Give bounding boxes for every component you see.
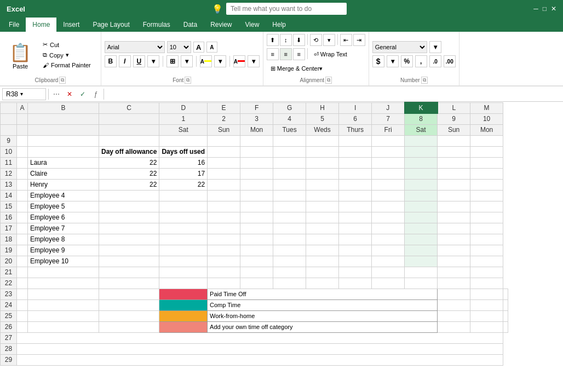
cell[interactable] — [240, 256, 273, 267]
cell[interactable] — [405, 146, 438, 157]
cell[interactable] — [99, 321, 159, 332]
cell[interactable] — [159, 278, 208, 289]
cell[interactable]: 22 — [99, 157, 159, 168]
cell[interactable] — [306, 157, 339, 168]
cell[interactable] — [208, 267, 240, 278]
font-family-select[interactable]: Arial — [105, 41, 165, 53]
cell[interactable] — [306, 223, 339, 234]
cell[interactable] — [159, 223, 208, 234]
cell[interactable] — [470, 135, 503, 146]
cell[interactable] — [438, 310, 470, 321]
align-right-button[interactable]: ≡ — [293, 48, 305, 60]
cell[interactable] — [273, 245, 306, 256]
cell[interactable] — [306, 168, 339, 179]
cell[interactable] — [372, 201, 405, 212]
cell[interactable] — [273, 212, 306, 223]
col-header-m[interactable]: M — [470, 102, 503, 113]
cell[interactable] — [372, 267, 405, 278]
tab-insert[interactable]: Insert — [56, 18, 86, 32]
cell[interactable] — [208, 201, 240, 212]
cell[interactable] — [273, 146, 306, 157]
cell[interactable] — [28, 321, 99, 332]
cell[interactable] — [17, 321, 28, 332]
col-header-g[interactable]: G — [273, 102, 306, 113]
cell[interactable] — [17, 278, 28, 289]
cell[interactable] — [405, 168, 438, 179]
cell[interactable] — [470, 179, 503, 190]
cell[interactable] — [306, 146, 339, 157]
cell[interactable] — [208, 190, 240, 201]
cell[interactable] — [240, 146, 273, 157]
align-center-button[interactable]: ≡ — [280, 48, 292, 60]
cell[interactable] — [306, 245, 339, 256]
cell[interactable] — [339, 201, 372, 212]
cell[interactable] — [99, 256, 159, 267]
cell[interactable] — [438, 278, 470, 289]
cell-ref-dropdown-icon[interactable]: ▾ — [20, 91, 23, 97]
cell[interactable] — [17, 168, 28, 179]
cell[interactable] — [470, 256, 503, 267]
cell[interactable] — [99, 201, 159, 212]
cell[interactable] — [339, 157, 372, 168]
col-header-a[interactable]: A — [17, 102, 28, 113]
col-header-d[interactable]: D — [159, 102, 208, 113]
cell[interactable] — [372, 245, 405, 256]
tab-file[interactable]: File — [2, 18, 26, 32]
clipboard-expand-icon[interactable]: ⧉ — [59, 77, 66, 84]
cell[interactable] — [99, 223, 159, 234]
cell[interactable] — [99, 190, 159, 201]
font-color-dropdown[interactable]: ▾ — [248, 55, 260, 67]
cell[interactable] — [240, 157, 273, 168]
cell[interactable] — [159, 234, 208, 245]
cell[interactable] — [28, 310, 99, 321]
cell[interactable] — [306, 256, 339, 267]
cell[interactable] — [372, 157, 405, 168]
cell[interactable]: Employee 9 — [28, 245, 99, 256]
cell[interactable] — [306, 135, 339, 146]
cell[interactable] — [405, 201, 438, 212]
cell[interactable]: 16 — [159, 157, 208, 168]
minimize-icon[interactable]: ─ — [533, 5, 538, 13]
cell[interactable] — [470, 278, 503, 289]
cell[interactable] — [273, 267, 306, 278]
underline-dropdown[interactable]: ▾ — [147, 55, 159, 67]
cell[interactable] — [17, 157, 28, 168]
cell[interactable] — [438, 146, 470, 157]
cell[interactable] — [405, 234, 438, 245]
cell[interactable] — [405, 212, 438, 223]
cell[interactable] — [99, 278, 159, 289]
cell[interactable]: Employee 7 — [28, 223, 99, 234]
cell[interactable] — [208, 212, 240, 223]
cell[interactable] — [339, 135, 372, 146]
cell[interactable] — [28, 267, 99, 278]
cell[interactable] — [306, 267, 339, 278]
percent-btn[interactable]: % — [401, 55, 413, 67]
cell[interactable] — [273, 157, 306, 168]
cell[interactable] — [503, 321, 508, 332]
cell[interactable] — [28, 289, 99, 299]
cell[interactable] — [273, 190, 306, 201]
cell[interactable] — [339, 212, 372, 223]
cell[interactable] — [240, 190, 273, 201]
tab-page-layout[interactable]: Page Layout — [86, 18, 136, 32]
text-direction-dropdown[interactable]: ▾ — [323, 34, 335, 46]
cell[interactable] — [159, 267, 208, 278]
cell-reference-box[interactable]: R38 ▾ — [2, 88, 46, 100]
col-header-h[interactable]: H — [306, 102, 339, 113]
cell[interactable] — [438, 212, 470, 223]
cell[interactable] — [273, 168, 306, 179]
cell[interactable] — [17, 135, 28, 146]
cell[interactable] — [438, 289, 470, 299]
cell[interactable] — [17, 223, 28, 234]
accounting-btn[interactable]: $ — [372, 55, 384, 67]
align-left-button[interactable]: ≡ — [267, 48, 279, 60]
cell[interactable] — [99, 234, 159, 245]
align-middle-button[interactable]: ↕ — [280, 34, 292, 46]
cell[interactable] — [273, 201, 306, 212]
cell[interactable]: Employee 4 — [28, 190, 99, 201]
cell[interactable] — [470, 299, 503, 310]
cell[interactable] — [438, 267, 470, 278]
cell[interactable] — [405, 157, 438, 168]
cell[interactable]: Days off used — [159, 146, 208, 157]
font-expand-icon[interactable]: ⧉ — [185, 77, 191, 84]
